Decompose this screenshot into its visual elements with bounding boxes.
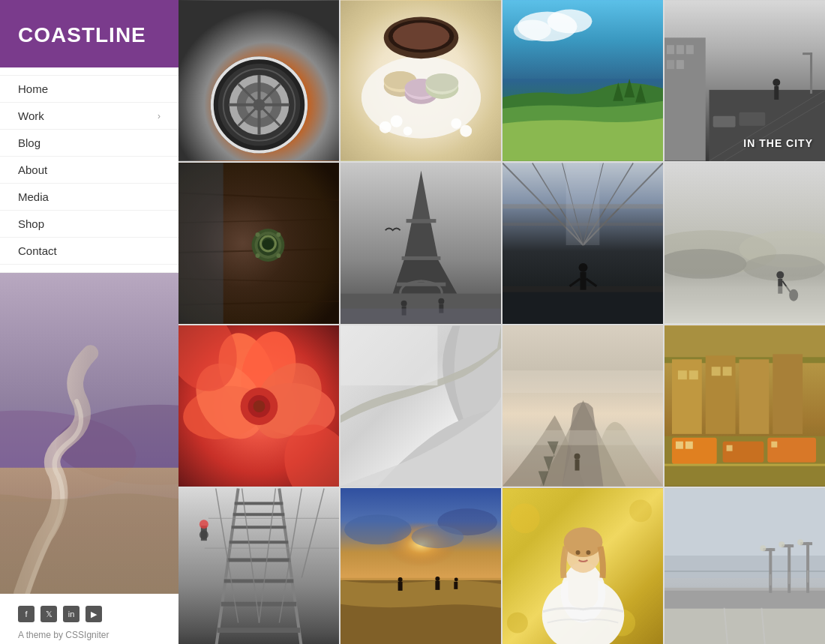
sidebar-background-image bbox=[0, 273, 178, 594]
sidebar-nav-item-contact[interactable]: Contact bbox=[0, 238, 178, 265]
twitter-icon[interactable]: 𝕏 bbox=[40, 606, 57, 622]
grid-item-coast[interactable] bbox=[502, 0, 663, 161]
nav-item-label: Blog bbox=[18, 136, 40, 149]
nav-item-label: About bbox=[18, 163, 47, 176]
grid-item-label: IN THE CITY bbox=[743, 137, 813, 149]
grid-item-door[interactable] bbox=[178, 163, 339, 324]
grid-item-sunset[interactable] bbox=[340, 488, 501, 644]
facebook-icon[interactable]: f bbox=[18, 606, 34, 622]
grid-item-market[interactable] bbox=[664, 325, 825, 487]
grid-item-eiffel[interactable] bbox=[340, 163, 501, 324]
grid-item-car[interactable] bbox=[178, 0, 339, 161]
grid-item-station[interactable] bbox=[502, 163, 663, 324]
nav-item-label: Contact bbox=[18, 244, 57, 257]
main-nav: HomeWork›BlogAboutMediaShopContact bbox=[0, 67, 178, 273]
grid-item-railway[interactable] bbox=[178, 488, 339, 644]
grid-item-architecture[interactable] bbox=[340, 325, 501, 487]
grid-item-desert[interactable] bbox=[664, 163, 825, 324]
sidebar-nav-item-shop[interactable]: Shop bbox=[0, 211, 178, 238]
site-logo[interactable]: COASTLINE bbox=[0, 0, 178, 67]
grid-item-city[interactable]: IN THE CITY bbox=[664, 0, 825, 161]
nav-item-label: Home bbox=[18, 82, 48, 95]
nav-item-label: Media bbox=[18, 190, 49, 203]
sidebar-nav-item-blog[interactable]: Blog bbox=[0, 130, 178, 157]
grid-item-mountain[interactable] bbox=[502, 325, 663, 487]
nav-item-label: Shop bbox=[18, 217, 44, 230]
grid-item-road[interactable] bbox=[664, 488, 825, 644]
linkedin-icon[interactable]: in bbox=[63, 606, 80, 622]
sidebar-nav-item-about[interactable]: About bbox=[0, 157, 178, 184]
sidebar-nav-item-home[interactable]: Home bbox=[0, 75, 178, 103]
nav-item-label: Work bbox=[18, 109, 44, 122]
sidebar-nav-item-media[interactable]: Media bbox=[0, 184, 178, 211]
theme-credit: A theme by CSSIgniter bbox=[18, 630, 160, 640]
social-links: f 𝕏 in ▶ bbox=[18, 606, 160, 622]
grid-item-flowers[interactable] bbox=[178, 325, 339, 487]
photo-grid: IN THE CITY bbox=[178, 0, 825, 644]
youtube-icon[interactable]: ▶ bbox=[86, 606, 102, 622]
grid-item-woman[interactable] bbox=[502, 488, 663, 644]
chevron-right-icon: › bbox=[158, 111, 160, 121]
sidebar-nav-item-work[interactable]: Work› bbox=[0, 103, 178, 130]
sidebar: COASTLINE HomeWork›BlogAboutMediaShopCon… bbox=[0, 0, 178, 644]
sidebar-footer: f 𝕏 in ▶ A theme by CSSIgniter bbox=[0, 594, 178, 644]
grid-item-macarons[interactable] bbox=[340, 0, 501, 161]
